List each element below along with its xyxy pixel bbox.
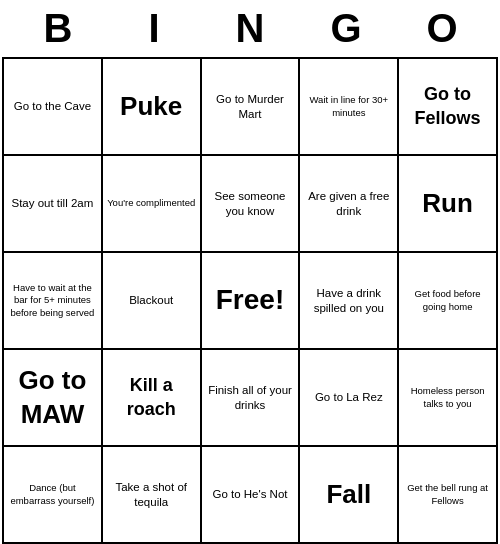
cell-r1-c4: Run [399, 156, 498, 253]
cell-r1-c3: Are given a free drink [300, 156, 399, 253]
cell-r2-c0: Have to wait at the bar for 5+ minutes b… [4, 253, 103, 350]
cell-text-r4-c2: Go to He's Not [212, 487, 287, 502]
cell-text-r3-c2: Finish all of your drinks [206, 383, 295, 413]
cell-text-r0-c2: Go to Murder Mart [206, 92, 295, 122]
cell-r4-c4: Get the bell rung at Fellows [399, 447, 498, 544]
letter-o: O [402, 6, 482, 51]
cell-r4-c0: Dance (but embarrass yourself) [4, 447, 103, 544]
letter-g: G [306, 6, 386, 51]
cell-r0-c0: Go to the Cave [4, 59, 103, 156]
cell-r1-c0: Stay out till 2am [4, 156, 103, 253]
cell-text-r2-c2: Free! [216, 282, 284, 318]
cell-text-r0-c3: Wait in line for 30+ minutes [304, 94, 393, 119]
cell-text-r3-c4: Homeless person talks to you [403, 385, 492, 410]
cell-text-r4-c3: Fall [326, 478, 371, 512]
letter-i: I [114, 6, 194, 51]
cell-r0-c3: Wait in line for 30+ minutes [300, 59, 399, 156]
cell-text-r1-c0: Stay out till 2am [11, 196, 93, 211]
cell-r3-c2: Finish all of your drinks [202, 350, 301, 447]
bingo-header: B I N G O [0, 0, 500, 57]
letter-n: N [210, 6, 290, 51]
bingo-grid: Go to the CavePukeGo to Murder MartWait … [2, 57, 498, 544]
cell-r2-c3: Have a drink spilled on you [300, 253, 399, 350]
cell-r0-c1: Puke [103, 59, 202, 156]
cell-r1-c1: You're complimented [103, 156, 202, 253]
cell-r4-c2: Go to He's Not [202, 447, 301, 544]
cell-text-r0-c0: Go to the Cave [14, 99, 91, 114]
cell-r0-c2: Go to Murder Mart [202, 59, 301, 156]
cell-text-r1-c4: Run [422, 187, 473, 221]
cell-text-r2-c0: Have to wait at the bar for 5+ minutes b… [8, 282, 97, 319]
cell-r2-c1: Blackout [103, 253, 202, 350]
cell-text-r4-c1: Take a shot of tequila [107, 480, 196, 510]
cell-text-r2-c4: Get food before going home [403, 288, 492, 313]
cell-r2-c2: Free! [202, 253, 301, 350]
cell-text-r1-c2: See someone you know [206, 189, 295, 219]
cell-text-r4-c0: Dance (but embarrass yourself) [8, 482, 97, 507]
cell-r4-c3: Fall [300, 447, 399, 544]
cell-text-r2-c1: Blackout [129, 293, 173, 308]
cell-text-r2-c3: Have a drink spilled on you [304, 286, 393, 316]
cell-text-r3-c3: Go to La Rez [315, 390, 383, 405]
cell-text-r0-c4: Go to Fellows [403, 83, 492, 130]
cell-r4-c1: Take a shot of tequila [103, 447, 202, 544]
cell-text-r0-c1: Puke [120, 90, 182, 124]
cell-text-r3-c0: Go to MAW [8, 364, 97, 432]
cell-text-r3-c1: Kill a roach [107, 374, 196, 421]
cell-r3-c3: Go to La Rez [300, 350, 399, 447]
cell-r2-c4: Get food before going home [399, 253, 498, 350]
cell-r1-c2: See someone you know [202, 156, 301, 253]
cell-text-r1-c1: You're complimented [107, 197, 195, 209]
cell-r3-c1: Kill a roach [103, 350, 202, 447]
cell-text-r4-c4: Get the bell rung at Fellows [403, 482, 492, 507]
cell-r3-c0: Go to MAW [4, 350, 103, 447]
cell-r0-c4: Go to Fellows [399, 59, 498, 156]
cell-text-r1-c3: Are given a free drink [304, 189, 393, 219]
letter-b: B [18, 6, 98, 51]
cell-r3-c4: Homeless person talks to you [399, 350, 498, 447]
